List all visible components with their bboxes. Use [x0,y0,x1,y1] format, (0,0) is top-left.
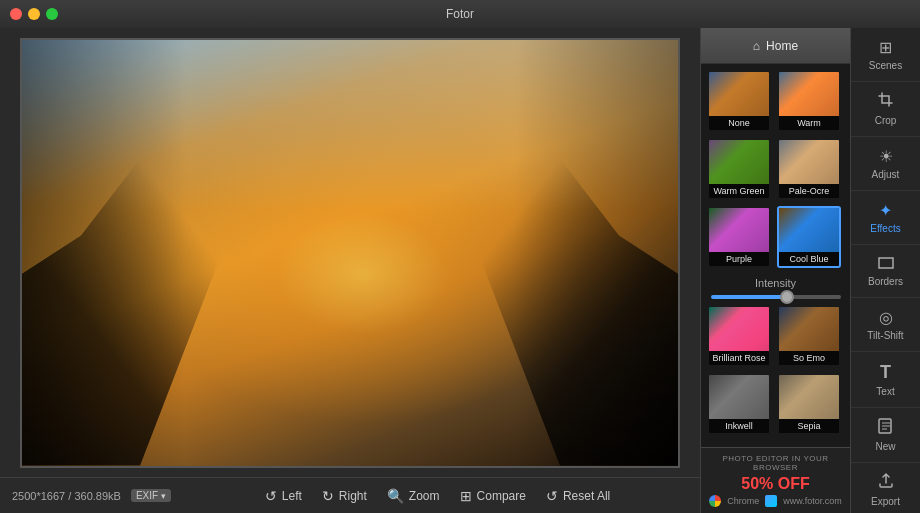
effect-row-3: Purple Cool Blue [707,206,844,268]
canvas-area: 2500*1667 / 360.89kB EXIF ↺ Left ↻ Right… [0,28,700,513]
intensity-section: Intensity [701,273,850,305]
effect-none[interactable]: None [707,70,771,132]
scenes-icon: ⊞ [879,38,892,57]
effects-grid: None Warm Warm Green Pale-Ocre [701,64,850,273]
new-label: New [875,441,895,452]
compare-icon: ⊞ [460,488,472,504]
tool-effects[interactable]: ✦ Effects [851,191,920,245]
tool-adjust[interactable]: ☀ Adjust [851,137,920,191]
ad-url: www.fotor.com [783,496,842,506]
effect-pale-ocre[interactable]: Pale-Ocre [777,138,841,200]
effects-icon: ✦ [879,201,892,220]
crop-icon [878,92,894,112]
effect-sepia[interactable]: Sepia [777,373,841,435]
effect-row-4: Brilliant Rose So Emo [707,305,844,367]
tilt-shift-label: Tilt-Shift [867,330,903,341]
rotate-left-button[interactable]: ↺ Left [265,488,302,504]
effect-row-2: Warm Green Pale-Ocre [707,138,844,200]
effect-cool-blue[interactable]: Cool Blue [777,206,841,268]
title-bar: Fotor [0,0,920,28]
close-button[interactable] [10,8,22,20]
traffic-lights [10,8,58,20]
adjust-icon: ☀ [879,147,893,166]
tool-scenes[interactable]: ⊞ Scenes [851,28,920,82]
tool-text[interactable]: T Text [851,352,920,408]
svg-rect-0 [879,258,893,268]
app-title: Fotor [446,7,474,21]
canvas-inner [0,28,700,477]
effects-grid-more: Brilliant Rose So Emo Inkwell Sepia [701,305,850,447]
tool-panel: ⊞ Scenes Crop ☀ Adjust ✦ Effects [850,28,920,513]
effects-panel: ⌂ Home None Warm Warm Green [700,28,850,513]
home-button[interactable]: ⌂ Home [701,28,850,64]
zoom-icon: 🔍 [387,488,404,504]
intensity-slider-wrap [707,295,844,299]
ad-footer: Chrome www.fotor.com [709,495,842,507]
tool-tilt-shift[interactable]: ◎ Tilt-Shift [851,298,920,352]
intensity-label: Intensity [707,277,844,289]
zoom-button[interactable]: 🔍 Zoom [387,488,440,504]
tool-borders[interactable]: Borders [851,245,920,298]
minimize-button[interactable] [28,8,40,20]
borders-label: Borders [868,276,903,287]
effect-inkwell[interactable]: Inkwell [707,373,771,435]
reset-icon: ↺ [546,488,558,504]
new-icon [878,418,894,438]
ad-discount: 50% OFF [709,475,842,493]
file-info: 2500*1667 / 360.89kB [12,490,121,502]
text-label: Text [876,386,894,397]
rotate-right-button[interactable]: ↻ Right [322,488,367,504]
effects-label: Effects [870,223,900,234]
ad-banner: PHOTO EDITOR IN YOUR BROWSER 50% OFF Chr… [701,447,850,513]
effect-purple[interactable]: Purple [707,206,771,268]
photo-canvas [20,38,680,468]
reset-button[interactable]: ↺ Reset All [546,488,610,504]
borders-icon [878,255,894,273]
tool-new[interactable]: New [851,408,920,463]
exif-badge[interactable]: EXIF [131,489,171,502]
tool-export[interactable]: Export [851,463,920,513]
text-icon: T [880,362,891,383]
crop-label: Crop [875,115,897,126]
effect-so-emo[interactable]: So Emo [777,305,841,367]
rotate-right-icon: ↻ [322,488,334,504]
compare-button[interactable]: ⊞ Compare [460,488,526,504]
intensity-slider[interactable] [711,295,841,299]
main-content: 2500*1667 / 360.89kB EXIF ↺ Left ↻ Right… [0,28,920,513]
effect-warm[interactable]: Warm [777,70,841,132]
effect-row-5: Inkwell Sepia [707,373,844,435]
fotor-icon [765,495,777,507]
home-icon: ⌂ [753,39,760,53]
effect-row-1: None Warm [707,70,844,132]
adjust-label: Adjust [872,169,900,180]
chrome-icon [709,495,721,507]
rotate-left-icon: ↺ [265,488,277,504]
ad-chrome-label: Chrome [727,496,759,506]
bottom-bar: 2500*1667 / 360.89kB EXIF ↺ Left ↻ Right… [0,477,700,513]
export-label: Export [871,496,900,507]
tilt-shift-icon: ◎ [879,308,893,327]
export-icon [878,473,894,493]
ad-top-label: PHOTO EDITOR IN YOUR BROWSER [709,454,842,472]
bottom-actions: ↺ Left ↻ Right 🔍 Zoom ⊞ Compare ↺ Res [187,488,688,504]
effect-brilliant-rose[interactable]: Brilliant Rose [707,305,771,367]
maximize-button[interactable] [46,8,58,20]
scenes-label: Scenes [869,60,902,71]
tool-crop[interactable]: Crop [851,82,920,137]
effect-warm-green[interactable]: Warm Green [707,138,771,200]
